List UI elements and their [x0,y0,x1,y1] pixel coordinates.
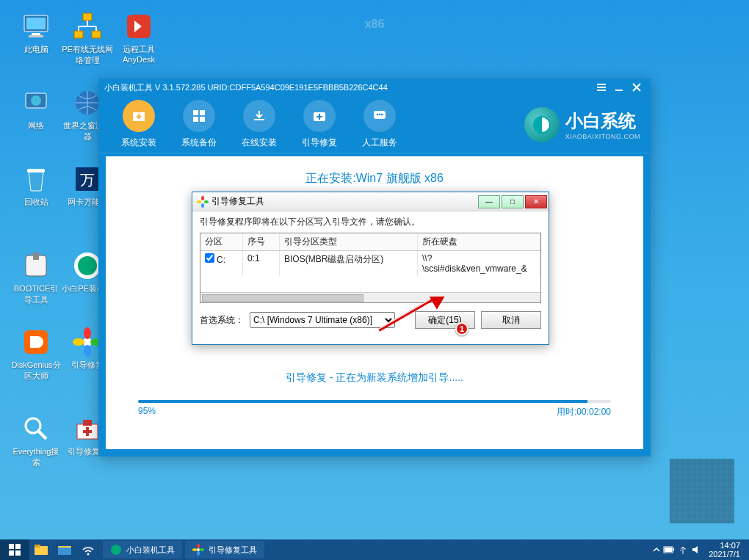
progress-percent: 95% [138,406,156,418]
svg-point-53 [201,196,204,200]
chat-icon [363,100,396,132]
svg-point-10 [26,418,40,433]
desktop-icon-this-pc[interactable]: 此电脑 [10,10,62,55]
svg-point-71 [192,548,197,551]
svg-rect-60 [15,550,21,556]
table-header: 分区 序号 引导分区类型 所在硬盘 [200,233,540,251]
svg-rect-74 [665,548,672,552]
task-bootrepair[interactable]: 引导修复工具 [185,541,264,559]
svg-line-11 [39,432,46,439]
svg-point-54 [204,200,209,203]
svg-point-70 [197,551,200,556]
taskbar: 小白装机工具 引导修复工具 14:07 2021/7/1 [0,539,749,560]
svg-rect-41 [200,110,205,115]
svg-text:万: 万 [80,172,95,188]
preferred-system-select[interactable]: C:\ [Windows 7 Ultimate (x86)] [250,312,395,328]
desktop-icon-bootice[interactable]: BOOTICE引导工具 [10,250,62,305]
tray-volume-icon[interactable] [691,545,701,555]
brand-logo-icon [524,107,560,142]
svg-point-69 [200,548,204,551]
svg-point-67 [197,548,200,551]
svg-rect-62 [35,545,40,548]
svg-point-49 [379,114,381,116]
desktop-icon-anydesk[interactable]: 远程工具AnyDesk [113,10,164,64]
first-aid-icon [303,100,336,132]
main-window-title: 小白装机工具 V 3.1.572.285 URID:CDFF5A594C09E1… [104,82,388,93]
windows-icon [183,100,215,132]
svg-point-52 [201,200,204,203]
desktop-icon-everything[interactable]: Everything搜索 [10,412,62,468]
tray-battery-icon[interactable] [663,546,675,553]
progress-area: 95% 用时:00:02:00 [138,400,611,418]
svg-rect-1 [26,18,46,29]
dialog-maximize-button[interactable]: □ [502,195,524,208]
taskbar-clock[interactable]: 14:07 2021/7/1 [704,541,745,559]
xiaobai-icon [110,544,122,556]
dialog-title: 引导修复工具 [211,195,264,208]
menu-button[interactable] [593,81,609,94]
svg-rect-13 [74,31,83,38]
flower-icon [197,196,209,208]
annotation-badge: 1 [455,322,468,335]
close-button[interactable] [629,81,645,94]
taskbar-wifi-icon[interactable] [76,539,100,560]
cancel-button[interactable]: 取消 [481,311,541,329]
tray-usb-icon[interactable] [678,545,688,555]
svg-point-50 [381,114,383,116]
svg-rect-32 [83,430,92,433]
svg-point-56 [197,200,201,203]
system-tray: 14:07 2021/7/1 [653,541,749,559]
desktop-icon-network[interactable]: 网络 [10,87,62,131]
svg-rect-8 [33,252,39,260]
svg-rect-40 [193,110,198,115]
taskbar-explorer2[interactable] [53,539,76,560]
dialog-minimize-button[interactable]: — [478,195,500,208]
preferred-system-label: 首选系统： [200,314,244,327]
svg-rect-6 [27,169,45,172]
desktop-icon-recycle[interactable]: 回收站 [10,163,62,208]
minimize-button[interactable] [611,81,627,94]
taskbar-file-explorer[interactable] [29,539,53,560]
svg-rect-14 [92,31,101,38]
install-status-title: 正在安装:Win7 旗舰版 x86 [115,171,634,186]
table-row[interactable]: C: 0:1 BIOS(MBR磁盘启动分区) \\?\scsi#disk&ven… [200,251,540,276]
tab-system-install[interactable]: 系统安装 [109,100,169,149]
svg-rect-43 [200,117,205,122]
horizontal-scrollbar[interactable] [200,292,540,302]
svg-rect-12 [83,13,92,21]
install-status-detail: 引导修复 - 正在为新装系统增加引导..... [115,371,634,385]
flower-icon [192,544,204,556]
tab-online-install[interactable]: 在线安装 [229,100,289,149]
scrollbar-thumb[interactable] [202,294,363,302]
svg-point-48 [377,114,379,116]
svg-rect-42 [193,117,198,122]
svg-point-65 [87,553,90,556]
svg-point-27 [84,345,91,357]
svg-point-5 [31,95,41,106]
svg-rect-30 [83,420,92,426]
tab-boot-repair[interactable]: 引导修复 [289,100,350,149]
tab-system-backup[interactable]: 系统备份 [169,100,229,149]
svg-point-66 [111,545,121,555]
svg-point-28 [73,338,84,346]
boot-repair-dialog: 引导修复工具 — □ ✕ 引导修复程序即将在以下分区写入引导文件，请您确认。 分… [192,192,549,345]
folder-down-icon [123,100,155,132]
svg-point-23 [78,256,97,275]
brand: 小白系统XIAOBAIXITONG.COM [524,107,640,142]
start-button[interactable] [0,539,29,560]
tray-chevron-icon[interactable] [653,546,660,553]
svg-rect-58 [15,544,21,549]
dialog-close-button[interactable]: ✕ [525,195,547,208]
progress-bar [138,400,611,403]
svg-rect-73 [673,548,674,551]
svg-rect-2 [32,33,40,35]
task-xiaobai[interactable]: 小白装机工具 [103,541,182,559]
main-window-titlebar[interactable]: 小白装机工具 V 3.1.572.285 URID:CDFF5A594C09E1… [98,79,651,96]
dialog-message: 引导修复程序即将在以下分区写入引导文件，请您确认。 [200,216,541,228]
dialog-titlebar[interactable]: 引导修复工具 — □ ✕ [192,192,549,211]
qr-watermark [670,459,734,523]
tab-manual-service[interactable]: 人工服务 [350,100,410,149]
desktop-icon-net-manage[interactable]: PE有线无线网络管理 [62,10,113,66]
partition-checkbox[interactable] [205,253,214,263]
desktop-icon-diskgenius[interactable]: DiskGenius分区大师 [10,326,62,382]
